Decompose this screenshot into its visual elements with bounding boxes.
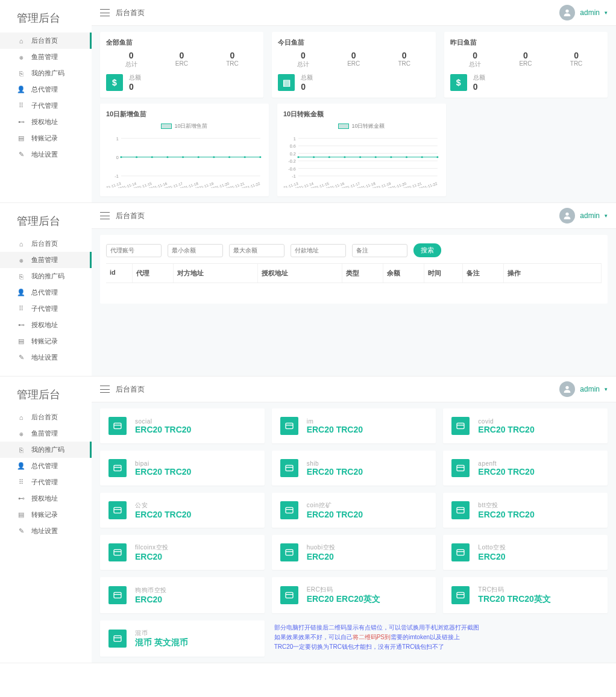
sidebar-item[interactable]: ⎘我的推广码 [0, 65, 92, 81]
sidebar-item[interactable]: ⎘我的推广码 [0, 268, 92, 284]
referral-card[interactable]: covidERC20 TRC20 [443, 408, 608, 443]
metric-value: 0 [469, 51, 481, 60]
search-input[interactable] [229, 244, 284, 257]
metric: 0TRC [570, 51, 583, 69]
referral-types: ERC20 TRC20 [135, 510, 191, 519]
chart-title: 10日新增鱼苗 [106, 110, 263, 119]
search-button[interactable]: 搜索 [413, 243, 441, 257]
referral-types: ERC20 [135, 552, 169, 561]
referral-card[interactable]: filcoinx空投ERC20 [100, 535, 265, 570]
menu-toggle-icon[interactable] [100, 386, 110, 393]
menu-icon: ✎ [17, 527, 25, 536]
legend-label: 10日转账金额 [351, 122, 385, 130]
metric-value: 0 [398, 51, 410, 60]
sidebar-item[interactable]: ⠿子代管理 [0, 474, 92, 490]
sidebar-item-label: 后台首页 [31, 239, 58, 248]
referral-card[interactable]: Lotto空投ERC20 [443, 535, 608, 570]
topbar: 后台首页 admin ▾ [92, 377, 616, 402]
avatar-icon [559, 208, 575, 223]
stat-card: 全部鱼苗0总计0ERC0TRC$总额0 [100, 32, 263, 98]
referral-card[interactable]: 混币混币 英文混币 [100, 620, 265, 657]
search-input[interactable] [106, 244, 162, 257]
menu-icon: ⎈ [17, 256, 25, 264]
sidebar-item[interactable]: ▤转账记录 [0, 333, 92, 349]
referral-card[interactable]: socialERC20 TRC20 [100, 408, 265, 443]
sidebar-item[interactable]: ⎈鱼苗管理 [0, 252, 92, 268]
svg-rect-65 [457, 423, 464, 428]
metric-label: 总计 [297, 60, 309, 69]
metric: 0ERC [519, 51, 532, 69]
menu-icon: ▤ [17, 337, 25, 346]
user-menu[interactable]: admin ▾ [559, 208, 608, 223]
metric-value: 0 [297, 51, 309, 60]
sidebar-item[interactable]: ⠿子代管理 [0, 98, 92, 114]
sidebar-item-label: 后台首页 [31, 36, 58, 45]
sidebar-item[interactable]: ⎘我的推广码 [0, 442, 92, 458]
user-menu[interactable]: admin ▾ [559, 5, 608, 20]
referral-card[interactable]: bipaiERC20 TRC20 [100, 451, 265, 486]
sidebar-item-label: 子代管理 [31, 304, 58, 313]
referral-card[interactable]: shibERC20 TRC20 [272, 451, 436, 486]
card-icon [451, 501, 470, 519]
referral-types: ERC20 TRC20 [307, 425, 363, 434]
referral-card[interactable]: 狗狗币空投ERC20 [100, 577, 265, 613]
sidebar-item[interactable]: 👤总代管理 [0, 284, 92, 301]
total-label: 总额 [473, 73, 485, 82]
sidebar-item-label: 鱼苗管理 [31, 52, 58, 61]
menu-toggle-icon[interactable] [100, 212, 110, 219]
sidebar-item[interactable]: ✎地址设置 [0, 523, 92, 539]
referral-types: ERC20 TRC20 [307, 510, 363, 519]
metric-value: 0 [175, 51, 188, 60]
metric-value: 0 [519, 51, 532, 60]
caret-down-icon: ▾ [605, 386, 608, 392]
user-menu[interactable]: admin ▾ [559, 381, 608, 397]
sidebar-item[interactable]: ⎈鱼苗管理 [0, 49, 92, 65]
referral-types: TRC20 TRC20英文 [478, 594, 551, 605]
card-icon [451, 459, 470, 477]
sidebar-item-label: 我的推广码 [31, 69, 64, 78]
search-input[interactable] [291, 244, 346, 257]
referral-card[interactable]: imERC20 TRC20 [272, 408, 436, 443]
stat-title: 今日鱼苗 [278, 38, 429, 47]
referral-types: ERC20 [307, 552, 336, 561]
sidebar-item[interactable]: ⌂后台首页 [0, 33, 92, 49]
sidebar-item[interactable]: ⌂后台首页 [0, 236, 92, 252]
sidebar-item[interactable]: ⠿子代管理 [0, 301, 92, 317]
th-auth-addr: 授权地址 [258, 264, 342, 283]
metric-label: TRC [398, 60, 410, 67]
referral-card[interactable]: ERC扫码ERC20 ERC20英文 [272, 577, 436, 613]
sidebar-item[interactable]: ✎地址设置 [0, 349, 92, 366]
svg-rect-73 [114, 507, 121, 513]
menu-toggle-icon[interactable] [100, 9, 110, 16]
svg-rect-61 [114, 423, 121, 428]
sidebar-item[interactable]: ⊷授权地址 [0, 114, 92, 130]
referral-card[interactable]: btt空投ERC20 TRC20 [443, 493, 608, 528]
dollar-icon: ▤ [278, 74, 295, 91]
sidebar-item[interactable]: ✎地址设置 [0, 146, 92, 163]
referral-card[interactable]: coin挖矿ERC20 TRC20 [272, 493, 436, 528]
referral-card[interactable]: huobi空投ERC20 [272, 535, 436, 570]
sidebar-item-label: 后台首页 [31, 413, 58, 422]
sidebar-item[interactable]: ⎈鱼苗管理 [0, 425, 92, 442]
line-chart: -1012021-11-132021-11-142021-11-152021-1… [106, 134, 263, 188]
sidebar-item[interactable]: 👤总代管理 [0, 458, 92, 474]
card-icon [451, 586, 470, 604]
chart-card: 10日新增鱼苗10日新增鱼苗-1012021-11-132021-11-1420… [100, 104, 269, 196]
page-title: 后台首页 [116, 8, 145, 18]
referral-card[interactable]: 公安ERC20 TRC20 [100, 493, 265, 528]
sidebar-item[interactable]: ▤转账记录 [0, 507, 92, 523]
sidebar-item[interactable]: 👤总代管理 [0, 81, 92, 98]
sidebar-item-label: 转账记录 [31, 337, 58, 346]
sidebar-item-label: 鱼苗管理 [31, 429, 58, 438]
svg-text:0.6: 0.6 [290, 143, 296, 149]
sidebar-item[interactable]: ⌂后台首页 [0, 409, 92, 425]
search-input[interactable] [352, 244, 407, 257]
sidebar-item[interactable]: ⊷授权地址 [0, 317, 92, 333]
sidebar-item[interactable]: ▤转账记录 [0, 130, 92, 146]
referral-card[interactable]: TRC扫码TRC20 TRC20英文 [443, 577, 608, 613]
sidebar-item[interactable]: ⊷授权地址 [0, 490, 92, 507]
search-input[interactable] [168, 244, 223, 257]
referral-card[interactable]: apenftERC20 TRC20 [443, 451, 608, 486]
menu-icon: 👤 [17, 86, 25, 94]
menu-icon: ⊷ [17, 321, 25, 330]
